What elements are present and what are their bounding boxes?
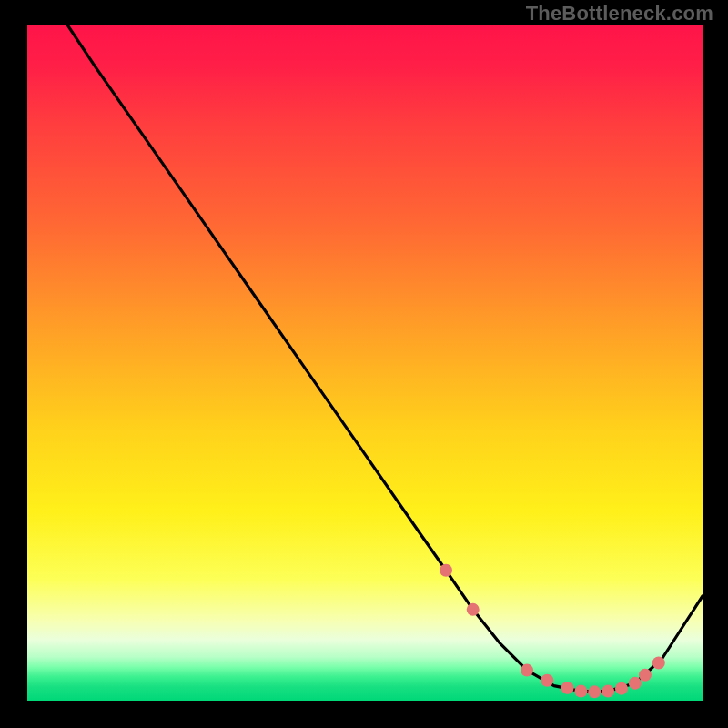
curve-marker bbox=[588, 685, 601, 698]
curve-marker bbox=[615, 682, 628, 695]
curve-marker bbox=[541, 674, 553, 687]
curve-marker bbox=[602, 685, 614, 698]
curve-layer bbox=[27, 25, 703, 701]
curve-markers bbox=[440, 564, 665, 699]
curve-marker bbox=[467, 603, 480, 616]
curve-marker bbox=[521, 664, 533, 677]
chart-frame: TheBottleneck.com bbox=[0, 0, 728, 728]
curve-marker bbox=[629, 677, 642, 690]
curve-marker bbox=[639, 669, 652, 682]
bottleneck-curve bbox=[68, 25, 703, 692]
curve-marker bbox=[561, 682, 574, 694]
curve-marker bbox=[440, 564, 452, 577]
watermark-text: TheBottleneck.com bbox=[526, 2, 713, 25]
curve-marker bbox=[574, 685, 587, 698]
curve-marker bbox=[652, 656, 665, 669]
